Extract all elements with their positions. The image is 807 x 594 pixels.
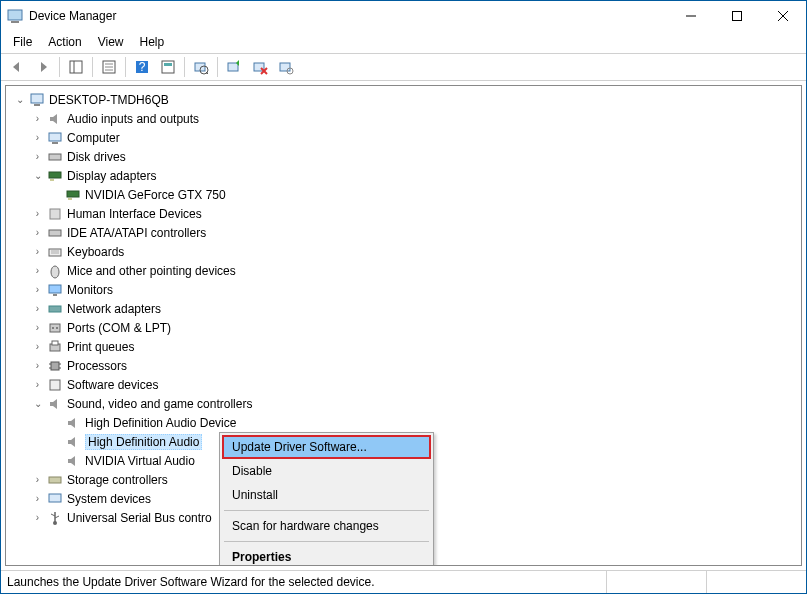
tree-node[interactable]: › Network adapters [8,299,799,318]
ctx-update-driver[interactable]: Update Driver Software... [222,435,431,459]
show-hide-tree-button[interactable] [64,55,88,79]
chevron-right-icon[interactable]: › [30,301,45,316]
system-icon [47,491,63,507]
keyboard-icon [47,244,63,260]
chevron-down-icon[interactable]: ⌄ [30,168,45,183]
tree-label: Print queues [67,340,134,354]
toolbar-separator [92,57,93,77]
svg-rect-53 [50,380,60,390]
tree-label: Ports (COM & LPT) [67,321,171,335]
disk-icon [47,149,63,165]
tree-node[interactable]: ⌄ Display adapters [8,166,799,185]
update-driver-button[interactable] [222,55,246,79]
status-text: Launches the Update Driver Software Wiza… [1,571,606,593]
ctx-uninstall[interactable]: Uninstall [222,483,431,507]
tree-label: Universal Serial Bus contro [67,511,212,525]
svg-rect-32 [67,191,79,197]
printer-icon [47,339,63,355]
chevron-right-icon[interactable]: › [30,339,45,354]
tree-label: Human Interface Devices [67,207,202,221]
ctx-scan[interactable]: Scan for hardware changes [222,514,431,538]
uninstall-button[interactable] [248,55,272,79]
maximize-button[interactable] [714,1,760,31]
properties-button[interactable] [97,55,121,79]
chevron-right-icon[interactable]: › [30,358,45,373]
tree-node[interactable]: › Mice and other pointing devices [8,261,799,280]
svg-rect-1 [11,21,19,23]
menu-bar: File Action View Help [1,31,806,53]
svg-rect-28 [52,142,58,144]
tree-node[interactable]: › Ports (COM & LPT) [8,318,799,337]
network-icon [47,301,63,317]
svg-rect-29 [49,154,61,160]
tree-label: Computer [67,131,120,145]
close-button[interactable] [760,1,806,31]
display-adapter-icon [47,168,63,184]
ctx-disable[interactable]: Disable [222,459,431,483]
chevron-right-icon[interactable]: › [30,149,45,164]
tree-node[interactable]: › Print queues [8,337,799,356]
svg-rect-19 [228,63,238,71]
svg-rect-30 [49,172,61,178]
tree-node[interactable]: › Human Interface Devices [8,204,799,223]
chevron-right-icon[interactable]: › [30,130,45,145]
tree-node[interactable]: › NVIDIA GeForce GTX 750 [8,185,799,204]
svg-rect-40 [49,285,61,293]
chevron-down-icon[interactable]: ⌄ [30,396,45,411]
chevron-right-icon[interactable]: › [30,111,45,126]
app-icon [7,8,23,24]
chevron-right-icon[interactable]: › [30,225,45,240]
disable-button[interactable] [274,55,298,79]
port-icon [47,320,63,336]
chevron-right-icon[interactable]: › [30,244,45,259]
menu-action[interactable]: Action [40,33,89,51]
chevron-right-icon[interactable]: › [30,282,45,297]
chevron-right-icon[interactable]: › [30,510,45,525]
tree-node[interactable]: › Monitors [8,280,799,299]
tree-label: High Definition Audio Device [85,416,236,430]
svg-rect-33 [68,198,72,200]
tree-node[interactable]: › Keyboards [8,242,799,261]
chevron-right-icon[interactable]: › [30,491,45,506]
menu-help[interactable]: Help [132,33,173,51]
chevron-right-icon[interactable]: › [30,263,45,278]
svg-rect-27 [49,133,61,141]
tree-node[interactable]: ⌄ Sound, video and game controllers [8,394,799,413]
tree-node[interactable]: › Audio inputs and outputs [8,109,799,128]
svg-rect-3 [733,12,742,21]
tree-node[interactable]: › Computer [8,128,799,147]
chevron-right-icon[interactable]: › [30,377,45,392]
tree-label: Mice and other pointing devices [67,264,236,278]
back-button[interactable] [5,55,29,79]
tree-node[interactable]: › Software devices [8,375,799,394]
tree-node[interactable]: › High Definition Audio Device [8,413,799,432]
tree-label: Audio inputs and outputs [67,112,199,126]
chevron-right-icon[interactable]: › [30,206,45,221]
ctx-separator [224,541,429,542]
tree-label: Keyboards [67,245,124,259]
tree-node[interactable]: › IDE ATA/ATAPI controllers [8,223,799,242]
svg-rect-43 [50,324,60,332]
chevron-right-icon[interactable]: › [30,472,45,487]
tree-label: Storage controllers [67,473,168,487]
content-pane: ⌄ DESKTOP-TMDH6QB › Audio inputs and out… [5,85,802,566]
help-button[interactable]: ? [130,55,154,79]
tree-node[interactable]: › Processors [8,356,799,375]
toolbar-separator [59,57,60,77]
forward-button[interactable] [31,55,55,79]
chevron-right-icon[interactable]: › [30,320,45,335]
action-button[interactable] [156,55,180,79]
minimize-button[interactable] [668,1,714,31]
scan-hardware-button[interactable] [189,55,213,79]
menu-view[interactable]: View [90,33,132,51]
tree-node[interactable]: › Disk drives [8,147,799,166]
chevron-down-icon[interactable]: ⌄ [12,92,27,107]
computer-icon [47,130,63,146]
svg-rect-25 [31,94,43,103]
toolbar-separator [217,57,218,77]
status-cell [706,571,806,593]
menu-file[interactable]: File [5,33,40,51]
mouse-icon [47,263,63,279]
tree-node-root[interactable]: ⌄ DESKTOP-TMDH6QB [8,90,799,109]
ctx-properties[interactable]: Properties [222,545,431,566]
